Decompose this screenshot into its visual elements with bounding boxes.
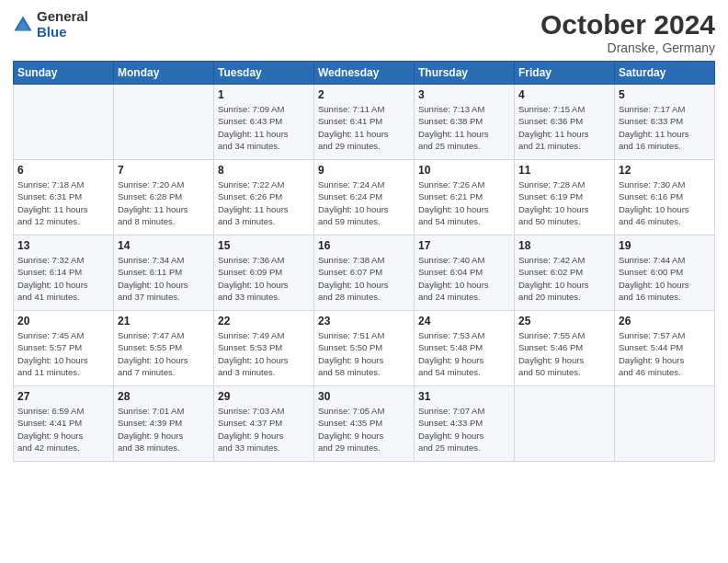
calendar-week-row: 13Sunrise: 7:32 AM Sunset: 6:14 PM Dayli… bbox=[14, 236, 715, 311]
day-info: Sunrise: 7:09 AM Sunset: 6:43 PM Dayligh… bbox=[218, 103, 310, 152]
table-row: 1Sunrise: 7:09 AM Sunset: 6:43 PM Daylig… bbox=[214, 85, 314, 160]
day-number: 17 bbox=[418, 239, 510, 252]
day-number: 27 bbox=[17, 390, 109, 403]
header-sunday: Sunday bbox=[14, 62, 114, 85]
day-info: Sunrise: 7:01 AM Sunset: 4:39 PM Dayligh… bbox=[118, 405, 210, 454]
table-row: 4Sunrise: 7:15 AM Sunset: 6:36 PM Daylig… bbox=[515, 85, 615, 160]
day-info: Sunrise: 6:59 AM Sunset: 4:41 PM Dayligh… bbox=[17, 405, 109, 454]
location: Dranske, Germany bbox=[540, 40, 715, 55]
page-header: General Blue October 2024 Dranske, Germa… bbox=[13, 9, 715, 55]
calendar-week-row: 20Sunrise: 7:45 AM Sunset: 5:57 PM Dayli… bbox=[14, 311, 715, 386]
table-row: 2Sunrise: 7:11 AM Sunset: 6:41 PM Daylig… bbox=[314, 85, 415, 160]
day-number: 30 bbox=[318, 390, 410, 403]
day-info: Sunrise: 7:32 AM Sunset: 6:14 PM Dayligh… bbox=[17, 254, 109, 303]
day-info: Sunrise: 7:49 AM Sunset: 5:53 PM Dayligh… bbox=[218, 329, 310, 378]
header-saturday: Saturday bbox=[615, 62, 715, 85]
day-number: 14 bbox=[118, 239, 210, 252]
day-number: 16 bbox=[318, 239, 410, 252]
day-info: Sunrise: 7:57 AM Sunset: 5:44 PM Dayligh… bbox=[619, 329, 711, 378]
calendar-week-row: 27Sunrise: 6:59 AM Sunset: 4:41 PM Dayli… bbox=[14, 386, 715, 462]
day-info: Sunrise: 7:55 AM Sunset: 5:46 PM Dayligh… bbox=[518, 329, 610, 378]
table-row: 8Sunrise: 7:22 AM Sunset: 6:26 PM Daylig… bbox=[214, 160, 314, 236]
day-info: Sunrise: 7:05 AM Sunset: 4:35 PM Dayligh… bbox=[318, 405, 410, 454]
day-info: Sunrise: 7:18 AM Sunset: 6:31 PM Dayligh… bbox=[17, 178, 109, 227]
day-info: Sunrise: 7:24 AM Sunset: 6:24 PM Dayligh… bbox=[318, 178, 410, 227]
header-friday: Friday bbox=[515, 62, 615, 85]
day-info: Sunrise: 7:13 AM Sunset: 6:38 PM Dayligh… bbox=[418, 103, 510, 152]
logo-blue-text: Blue bbox=[37, 25, 88, 40]
day-info: Sunrise: 7:22 AM Sunset: 6:26 PM Dayligh… bbox=[218, 178, 310, 227]
table-row: 3Sunrise: 7:13 AM Sunset: 6:38 PM Daylig… bbox=[415, 85, 515, 160]
day-info: Sunrise: 7:28 AM Sunset: 6:19 PM Dayligh… bbox=[518, 178, 610, 227]
day-number: 10 bbox=[418, 164, 510, 177]
table-row: 5Sunrise: 7:17 AM Sunset: 6:33 PM Daylig… bbox=[615, 85, 715, 160]
day-info: Sunrise: 7:15 AM Sunset: 6:36 PM Dayligh… bbox=[518, 103, 610, 152]
table-row: 25Sunrise: 7:55 AM Sunset: 5:46 PM Dayli… bbox=[515, 311, 615, 386]
day-info: Sunrise: 7:53 AM Sunset: 5:48 PM Dayligh… bbox=[418, 329, 510, 378]
table-row: 15Sunrise: 7:36 AM Sunset: 6:09 PM Dayli… bbox=[214, 236, 314, 311]
table-row: 21Sunrise: 7:47 AM Sunset: 5:55 PM Dayli… bbox=[114, 311, 214, 386]
day-number: 11 bbox=[518, 164, 610, 177]
calendar-table: Sunday Monday Tuesday Wednesday Thursday… bbox=[13, 61, 715, 462]
day-number: 3 bbox=[418, 88, 510, 101]
calendar-week-row: 1Sunrise: 7:09 AM Sunset: 6:43 PM Daylig… bbox=[14, 85, 715, 160]
logo: General Blue bbox=[13, 9, 88, 40]
header-monday: Monday bbox=[114, 62, 214, 85]
day-number: 18 bbox=[518, 239, 610, 252]
table-row: 24Sunrise: 7:53 AM Sunset: 5:48 PM Dayli… bbox=[415, 311, 515, 386]
calendar-week-row: 6Sunrise: 7:18 AM Sunset: 6:31 PM Daylig… bbox=[14, 160, 715, 236]
day-number: 24 bbox=[418, 315, 510, 327]
day-number: 28 bbox=[118, 390, 210, 403]
day-info: Sunrise: 7:07 AM Sunset: 4:33 PM Dayligh… bbox=[418, 405, 510, 454]
table-row: 28Sunrise: 7:01 AM Sunset: 4:39 PM Dayli… bbox=[114, 386, 214, 462]
day-number: 6 bbox=[17, 164, 109, 177]
day-number: 8 bbox=[218, 164, 310, 177]
day-number: 1 bbox=[218, 88, 310, 101]
header-tuesday: Tuesday bbox=[214, 62, 314, 85]
table-row: 18Sunrise: 7:42 AM Sunset: 6:02 PM Dayli… bbox=[515, 236, 615, 311]
day-number: 31 bbox=[418, 390, 510, 403]
day-number: 20 bbox=[17, 315, 109, 327]
table-row: 19Sunrise: 7:44 AM Sunset: 6:00 PM Dayli… bbox=[615, 236, 715, 311]
day-info: Sunrise: 7:03 AM Sunset: 4:37 PM Dayligh… bbox=[218, 405, 310, 454]
table-row: 7Sunrise: 7:20 AM Sunset: 6:28 PM Daylig… bbox=[114, 160, 214, 236]
header-wednesday: Wednesday bbox=[314, 62, 415, 85]
day-info: Sunrise: 7:34 AM Sunset: 6:11 PM Dayligh… bbox=[118, 254, 210, 303]
day-info: Sunrise: 7:11 AM Sunset: 6:41 PM Dayligh… bbox=[318, 103, 410, 152]
table-row bbox=[615, 386, 715, 462]
day-info: Sunrise: 7:38 AM Sunset: 6:07 PM Dayligh… bbox=[318, 254, 410, 303]
header-thursday: Thursday bbox=[415, 62, 515, 85]
day-number: 23 bbox=[318, 315, 410, 327]
day-info: Sunrise: 7:47 AM Sunset: 5:55 PM Dayligh… bbox=[118, 329, 210, 378]
table-row: 13Sunrise: 7:32 AM Sunset: 6:14 PM Dayli… bbox=[14, 236, 114, 311]
table-row bbox=[515, 386, 615, 462]
day-number: 12 bbox=[619, 164, 711, 177]
day-info: Sunrise: 7:42 AM Sunset: 6:02 PM Dayligh… bbox=[518, 254, 610, 303]
day-number: 5 bbox=[619, 88, 711, 101]
day-info: Sunrise: 7:17 AM Sunset: 6:33 PM Dayligh… bbox=[619, 103, 711, 152]
day-number: 2 bbox=[318, 88, 410, 101]
logo-icon bbox=[13, 15, 33, 35]
day-number: 13 bbox=[17, 239, 109, 252]
title-block: October 2024 Dranske, Germany bbox=[540, 9, 715, 55]
logo-text: General Blue bbox=[37, 9, 88, 40]
day-number: 21 bbox=[118, 315, 210, 327]
day-info: Sunrise: 7:30 AM Sunset: 6:16 PM Dayligh… bbox=[619, 178, 711, 227]
table-row: 6Sunrise: 7:18 AM Sunset: 6:31 PM Daylig… bbox=[14, 160, 114, 236]
table-row bbox=[14, 85, 114, 160]
calendar-header-row: Sunday Monday Tuesday Wednesday Thursday… bbox=[14, 62, 715, 85]
day-info: Sunrise: 7:44 AM Sunset: 6:00 PM Dayligh… bbox=[619, 254, 711, 303]
table-row: 30Sunrise: 7:05 AM Sunset: 4:35 PM Dayli… bbox=[314, 386, 415, 462]
table-row: 11Sunrise: 7:28 AM Sunset: 6:19 PM Dayli… bbox=[515, 160, 615, 236]
table-row: 14Sunrise: 7:34 AM Sunset: 6:11 PM Dayli… bbox=[114, 236, 214, 311]
table-row: 26Sunrise: 7:57 AM Sunset: 5:44 PM Dayli… bbox=[615, 311, 715, 386]
day-number: 19 bbox=[619, 239, 711, 252]
day-info: Sunrise: 7:40 AM Sunset: 6:04 PM Dayligh… bbox=[418, 254, 510, 303]
day-info: Sunrise: 7:45 AM Sunset: 5:57 PM Dayligh… bbox=[17, 329, 109, 378]
day-number: 7 bbox=[118, 164, 210, 177]
table-row: 9Sunrise: 7:24 AM Sunset: 6:24 PM Daylig… bbox=[314, 160, 415, 236]
table-row: 20Sunrise: 7:45 AM Sunset: 5:57 PM Dayli… bbox=[14, 311, 114, 386]
table-row: 29Sunrise: 7:03 AM Sunset: 4:37 PM Dayli… bbox=[214, 386, 314, 462]
table-row: 16Sunrise: 7:38 AM Sunset: 6:07 PM Dayli… bbox=[314, 236, 415, 311]
day-number: 22 bbox=[218, 315, 310, 327]
